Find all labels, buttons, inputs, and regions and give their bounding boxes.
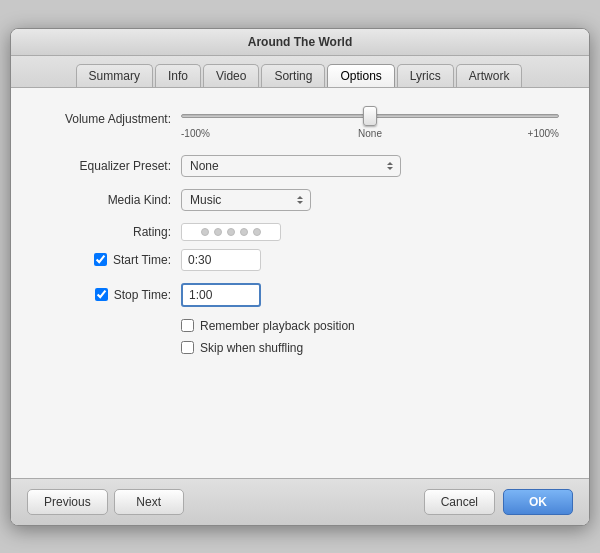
remember-row: Remember playback position	[181, 319, 559, 333]
next-button[interactable]: Next	[114, 489, 184, 515]
window: Around The World Summary Info Video Sort…	[10, 28, 590, 526]
volume-slider-container: -100% None +100%	[181, 106, 559, 139]
volume-min-label: -100%	[181, 128, 210, 139]
skip-label[interactable]: Skip when shuffling	[200, 341, 303, 355]
tab-video[interactable]: Video	[203, 64, 259, 87]
tab-artwork[interactable]: Artwork	[456, 64, 523, 87]
volume-slider-labels: -100% None +100%	[181, 128, 559, 139]
tab-info[interactable]: Info	[155, 64, 201, 87]
previous-button[interactable]: Previous	[27, 489, 108, 515]
starttime-label: Start Time:	[41, 253, 171, 267]
tab-summary[interactable]: Summary	[76, 64, 153, 87]
equalizer-row: Equalizer Preset: None	[41, 155, 559, 177]
remember-label[interactable]: Remember playback position	[200, 319, 355, 333]
title-bar: Around The World	[11, 29, 589, 56]
skip-checkbox[interactable]	[181, 341, 194, 354]
rating-label: Rating:	[41, 225, 171, 239]
volume-max-label: +100%	[528, 128, 559, 139]
stoptime-label: Stop Time:	[41, 288, 171, 302]
tab-lyrics[interactable]: Lyrics	[397, 64, 454, 87]
remember-checkbox[interactable]	[181, 319, 194, 332]
rating-dot-4[interactable]	[240, 228, 248, 236]
rating-dot-5[interactable]	[253, 228, 261, 236]
mediakind-select[interactable]: Music	[181, 189, 311, 211]
volume-section: Volume Adjustment: -100% None +100%	[41, 106, 559, 139]
stoptime-input[interactable]	[181, 283, 261, 307]
volume-label: Volume Adjustment:	[41, 106, 171, 126]
tab-sorting[interactable]: Sorting	[261, 64, 325, 87]
rating-row: Rating:	[41, 223, 559, 241]
rating-dot-1[interactable]	[201, 228, 209, 236]
tab-options[interactable]: Options	[327, 64, 394, 87]
volume-none-label: None	[358, 128, 382, 139]
rating-dot-3[interactable]	[227, 228, 235, 236]
window-title: Around The World	[248, 35, 352, 49]
button-bar-left: Previous Next	[27, 489, 184, 515]
rating-dot-2[interactable]	[214, 228, 222, 236]
volume-slider-thumb[interactable]	[363, 106, 377, 126]
stoptime-checkbox[interactable]	[95, 288, 108, 301]
tabs-bar: Summary Info Video Sorting Options Lyric…	[11, 56, 589, 88]
button-bar-right: Cancel OK	[424, 489, 573, 515]
volume-slider-track-area[interactable]	[181, 106, 559, 126]
equalizer-label: Equalizer Preset:	[41, 159, 171, 173]
starttime-row: Start Time:	[41, 249, 559, 271]
mediakind-label: Media Kind:	[41, 193, 171, 207]
equalizer-select[interactable]: None	[181, 155, 401, 177]
content-area: Volume Adjustment: -100% None +100% Equa…	[11, 88, 589, 478]
starttime-checkbox[interactable]	[94, 253, 107, 266]
ok-button[interactable]: OK	[503, 489, 573, 515]
button-bar: Previous Next Cancel OK	[11, 478, 589, 525]
volume-slider-track	[181, 114, 559, 118]
cancel-button[interactable]: Cancel	[424, 489, 495, 515]
starttime-input[interactable]	[181, 249, 261, 271]
stoptime-row: Stop Time:	[41, 283, 559, 307]
skip-row: Skip when shuffling	[181, 341, 559, 355]
mediakind-row: Media Kind: Music	[41, 189, 559, 211]
rating-field[interactable]	[181, 223, 281, 241]
